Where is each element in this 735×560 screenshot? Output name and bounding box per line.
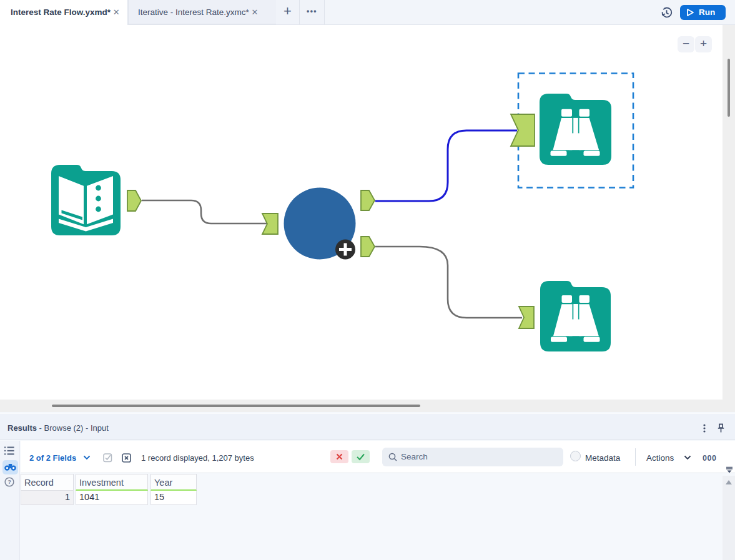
svg-text:?: ? bbox=[7, 478, 11, 485]
